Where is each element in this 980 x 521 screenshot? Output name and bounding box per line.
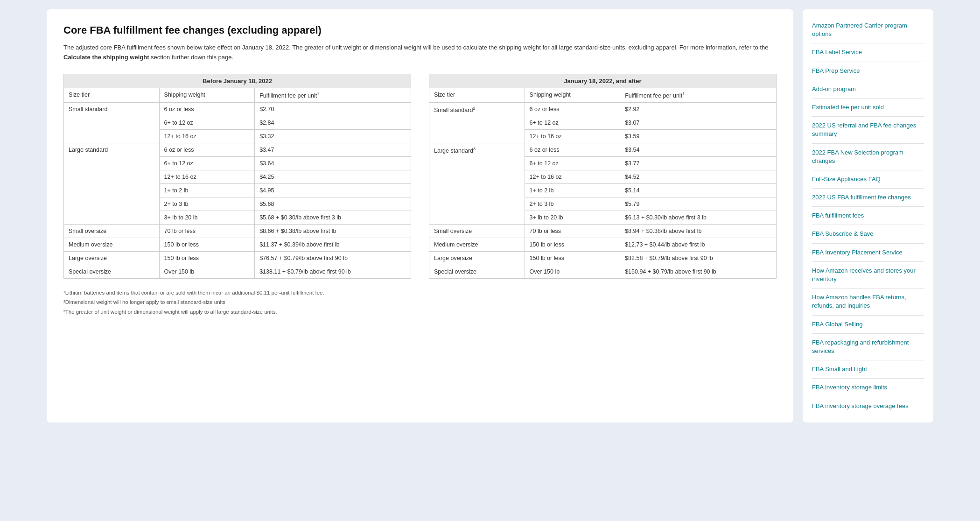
main-content: Core FBA fulfillment fee changes (exclud…	[47, 9, 793, 422]
sidebar-link-17[interactable]: FBA inventory storage limits	[812, 379, 924, 397]
calculate-shipping-link[interactable]: Calculate the shipping weight	[63, 54, 149, 61]
before-fee-cell: $2.84	[255, 116, 411, 129]
after-fee-cell: $82.58 + $0.79/lb above first 90 lb	[620, 251, 777, 265]
gap-cell	[411, 170, 429, 183]
before-fee-cell: $3.47	[255, 143, 411, 156]
sidebar-link-0[interactable]: Amazon Partnered Carrier program options	[812, 17, 924, 43]
after-fee-cell: $150.94 + $0.79/lb above first 90 lb	[620, 265, 777, 278]
footnote3: ³The greater of unit weight or dimension…	[63, 307, 777, 317]
sidebar-link-15[interactable]: FBA repackaging and refurbishment servic…	[812, 334, 924, 360]
before-ship-cell: 6+ to 12 oz	[159, 116, 255, 129]
after-size-cell: Large standard3	[429, 143, 525, 224]
sidebar: Amazon Partnered Carrier program options…	[803, 9, 933, 422]
after-ship-cell: 6+ to 12 oz	[525, 116, 620, 129]
after-ship-cell: 150 lb or less	[525, 251, 620, 265]
table-row: Small oversize70 lb or less$8.66 + $0.38…	[64, 224, 777, 238]
col-size-label: Size tier	[64, 88, 160, 102]
table-row: 12+ to 16 oz$4.2512+ to 16 oz$4.52	[64, 170, 777, 183]
table-row: Medium oversize150 lb or less$11.37 + $0…	[64, 238, 777, 251]
before-ship-cell: 6+ to 12 oz	[159, 156, 255, 170]
before-ship-cell: 70 lb or less	[159, 224, 255, 238]
sidebar-link-1[interactable]: FBA Label Service	[812, 43, 924, 62]
after-ship-cell: 150 lb or less	[525, 238, 620, 251]
footnotes: ¹Lithium batteries and items that contai…	[63, 288, 777, 317]
before-fee-cell: $4.95	[255, 183, 411, 197]
gap-cell	[411, 156, 429, 170]
table-row: 3+ lb to 20 lb$5.68 + $0.30/lb above fir…	[64, 211, 777, 224]
sidebar-link-16[interactable]: FBA Small and Light	[812, 360, 924, 379]
sidebar-box: Amazon Partnered Carrier program options…	[803, 9, 933, 422]
sidebar-link-3[interactable]: Add-on program	[812, 80, 924, 99]
table-row: 2+ to 3 lb$5.682+ to 3 lb$5.79	[64, 197, 777, 211]
sidebar-link-11[interactable]: FBA Inventory Placement Service	[812, 244, 924, 262]
gap-cell	[411, 251, 429, 265]
sidebar-link-6[interactable]: 2022 FBA New Selection program changes	[812, 144, 924, 170]
before-size-cell: Small oversize	[64, 224, 160, 238]
before-header: Before January 18, 2022	[64, 74, 411, 88]
gap-cell	[411, 116, 429, 129]
sidebar-link-9[interactable]: FBA fulfillment fees	[812, 207, 924, 225]
table-row: 12+ to 16 oz$3.3212+ to 16 oz$3.59	[64, 129, 777, 143]
before-ship-cell: 6 oz or less	[159, 143, 255, 156]
after-fee-cell: $2.92	[620, 102, 777, 116]
sidebar-link-12[interactable]: How Amazon receives and stores your inve…	[812, 262, 924, 289]
after-fee-cell: $5.14	[620, 183, 777, 197]
table-row: 6+ to 12 oz$3.646+ to 12 oz$3.77	[64, 156, 777, 170]
before-size-cell: Large standard	[64, 143, 160, 224]
after-ship-cell: 6+ to 12 oz	[525, 156, 620, 170]
table-row: Large oversize150 lb or less$76.57 + $0.…	[64, 251, 777, 265]
fee-table-body: Small standard6 oz or less$2.70Small sta…	[64, 102, 777, 278]
gap-cell	[411, 197, 429, 211]
before-ship-cell: 1+ to 2 lb	[159, 183, 255, 197]
after-fee-cell: $3.59	[620, 129, 777, 143]
after-fee-cell: $3.54	[620, 143, 777, 156]
after-ship-cell: 6 oz or less	[525, 102, 620, 116]
intro-text-body: The adjusted core FBA fulfillment fees s…	[63, 44, 769, 51]
gap-cell	[411, 183, 429, 197]
before-ship-cell: 3+ lb to 20 lb	[159, 211, 255, 224]
intro-text-end: section further down this page.	[151, 54, 233, 61]
after-fee-cell: $3.07	[620, 116, 777, 129]
after-fee-cell: $12.73 + $0.44/lb above first lb	[620, 238, 777, 251]
before-fee-cell: $3.64	[255, 156, 411, 170]
sidebar-link-18[interactable]: FBA inventory storage overage fees	[812, 397, 924, 415]
before-size-cell: Small standard	[64, 102, 160, 143]
col-ship-label2: Shipping weight	[525, 88, 620, 102]
after-ship-cell: 1+ to 2 lb	[525, 183, 620, 197]
after-fee-cell: $6.13 + $0.30/lb above first 3 lb	[620, 211, 777, 224]
before-fee-cell: $4.25	[255, 170, 411, 183]
before-ship-cell: 150 lb or less	[159, 238, 255, 251]
sidebar-link-7[interactable]: Full-Size Appliances FAQ	[812, 170, 924, 189]
sidebar-link-5[interactable]: 2022 US referral and FBA fee changes sum…	[812, 117, 924, 143]
gap-cell	[411, 143, 429, 156]
table-row: 1+ to 2 lb$4.951+ to 2 lb$5.14	[64, 183, 777, 197]
gap-cell	[411, 74, 429, 88]
after-size-cell: Small standard2	[429, 102, 525, 143]
before-size-cell: Large oversize	[64, 251, 160, 265]
sidebar-link-4[interactable]: Estimated fee per unit sold	[812, 99, 924, 117]
sidebar-link-10[interactable]: FBA Subscribe & Save	[812, 225, 924, 243]
before-fee-cell: $138.11 + $0.79/lb above first 90 lb	[255, 265, 411, 278]
col-ship-label: Shipping weight	[159, 88, 255, 102]
after-size-cell: Special oversize	[429, 265, 525, 278]
sidebar-link-13[interactable]: How Amazon handles FBA returns, refunds,…	[812, 289, 924, 315]
before-ship-cell: Over 150 lb	[159, 265, 255, 278]
before-ship-cell: 150 lb or less	[159, 251, 255, 265]
before-ship-cell: 6 oz or less	[159, 102, 255, 116]
gap-cell	[411, 265, 429, 278]
before-ship-cell: 2+ to 3 lb	[159, 197, 255, 211]
table-row: Special oversizeOver 150 lb$138.11 + $0.…	[64, 265, 777, 278]
sidebar-link-14[interactable]: FBA Global Selling	[812, 316, 924, 334]
sidebar-link-8[interactable]: 2022 US FBA fulfillment fee changes	[812, 189, 924, 207]
before-fee-cell: $5.68	[255, 197, 411, 211]
after-ship-cell: 70 lb or less	[525, 224, 620, 238]
after-header: January 18, 2022, and after	[429, 74, 776, 88]
col-size-label2: Size tier	[429, 88, 525, 102]
before-fee-cell: $76.57 + $0.79/lb above first 90 lb	[255, 251, 411, 265]
col-fee-label: Fulfillment fee per unit1	[255, 88, 411, 102]
footnote2: ²Dimensional weight will no longer apply…	[63, 297, 777, 307]
before-size-cell: Special oversize	[64, 265, 160, 278]
after-ship-cell: 2+ to 3 lb	[525, 197, 620, 211]
after-fee-cell: $8.94 + $0.38/lb above first lb	[620, 224, 777, 238]
sidebar-link-2[interactable]: FBA Prep Service	[812, 62, 924, 80]
